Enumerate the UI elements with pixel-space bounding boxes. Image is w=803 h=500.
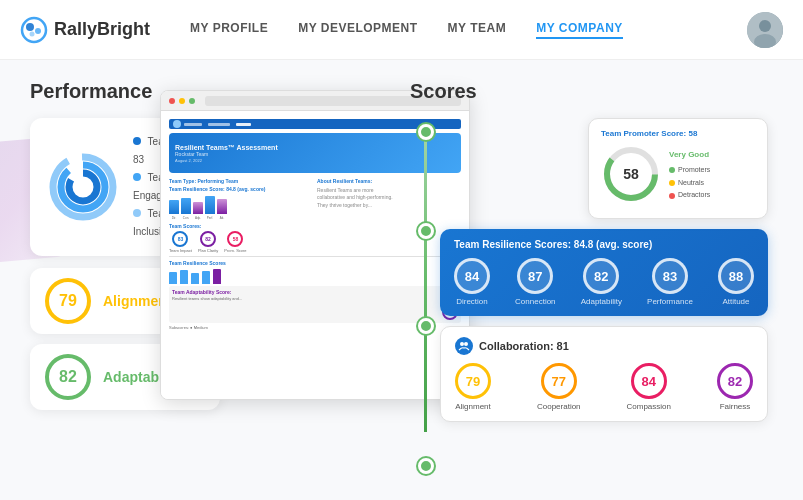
bc-bar-labels: Dir. Con. Adp. Perf. Att. <box>169 216 313 220</box>
bc-nav-link-3 <box>236 123 251 126</box>
logo-area[interactable]: RallyBright <box>20 16 150 44</box>
svg-point-0 <box>22 18 46 42</box>
res-label-performance: Performance <box>647 297 693 306</box>
res-attitude: 88 Attitude <box>718 258 754 306</box>
bc-bar-label-1: Dir. <box>169 216 179 220</box>
bc-score-team-impact: 83 Team Impact <box>169 231 192 253</box>
nav-my-company[interactable]: MY COMPANY <box>536 21 623 39</box>
browser-dot-red <box>169 98 175 104</box>
bc-bar-label-3: Adp. <box>193 216 203 220</box>
collab-card: Collaboration: 81 79 Alignment 77 <box>440 326 768 422</box>
bc-score-plan-circle: 82 <box>200 231 216 247</box>
bc-nav-link-2 <box>208 123 230 126</box>
timeline-line <box>424 128 427 432</box>
tps-legend-neutrals: Neutrals <box>669 177 710 190</box>
bc-bar-1 <box>169 200 179 214</box>
bc-bar-label-2: Con. <box>181 216 191 220</box>
tps-info: Very Good Promoters Neutrals <box>669 150 710 202</box>
res-label-attitude: Attitude <box>722 297 749 306</box>
engagement-dot <box>133 173 141 181</box>
timeline-container <box>410 118 440 422</box>
avatar[interactable] <box>747 12 783 48</box>
tps-card: Team Promoter Score: 58 58 Very Good <box>588 118 768 219</box>
donut-chart <box>48 152 118 222</box>
bc-res-bar-1 <box>169 272 177 284</box>
res-circle-performance: 83 <box>652 258 688 294</box>
res-label-connection: Connection <box>515 297 555 306</box>
collab-alignment: 79 Alignment <box>455 363 491 411</box>
res-circle-connection: 87 <box>517 258 553 294</box>
impact-dot <box>133 137 141 145</box>
bc-res-bar-5 <box>213 269 221 284</box>
collab-circle-cooperation: 77 <box>541 363 577 399</box>
bc-header-title: Resilient Teams™ Assessment <box>175 144 278 151</box>
tps-legend: Promoters Neutrals Detractors <box>669 164 710 202</box>
res-label-direction: Direction <box>456 297 488 306</box>
bc-logo-mini <box>173 120 181 128</box>
nav-my-profile[interactable]: MY PROFILE <box>190 21 268 39</box>
collab-label-cooperation: Cooperation <box>537 402 581 411</box>
collab-title: Collaboration: 81 <box>479 340 569 352</box>
res-performance: 83 Performance <box>647 258 693 306</box>
nav-bar: RallyBright MY PROFILE MY DEVELOPMENT MY… <box>0 0 803 60</box>
bc-date: August 2, 2022 <box>175 158 202 163</box>
bc-res-bar-3 <box>191 273 199 284</box>
res-circle-adaptability: 82 <box>583 258 619 294</box>
bc-bar-4 <box>205 196 215 214</box>
resilience-card: Team Resilience Scores: 84.8 (avg. score… <box>440 229 768 316</box>
bc-score-scores: 58 Prom. Score <box>224 231 246 253</box>
nav-my-team[interactable]: MY TEAM <box>448 21 507 39</box>
res-connection: 87 Connection <box>515 258 555 306</box>
tps-promoter-dot <box>669 167 675 173</box>
collab-label-compassion: Compassion <box>627 402 671 411</box>
res-circle-direction: 84 <box>454 258 490 294</box>
browser-dot-green <box>189 98 195 104</box>
tps-legend-detractors: Detractors <box>669 189 710 202</box>
bc-nav-link-1 <box>184 123 202 126</box>
bc-nav-links <box>184 123 251 126</box>
resilience-title: Team Resilience Scores: 84.8 (avg. score… <box>454 239 754 250</box>
bc-bar-label-4: Perf. <box>205 216 215 220</box>
res-circle-attitude: 88 <box>718 258 754 294</box>
browser-dot-yellow <box>179 98 185 104</box>
bc-res-bar-2 <box>180 270 188 284</box>
adaptability-circle: 82 <box>45 354 91 400</box>
alignment-circle: 79 <box>45 278 91 324</box>
bc-bar-3 <box>193 202 203 214</box>
collab-label-alignment: Alignment <box>455 402 491 411</box>
svg-point-9 <box>69 173 97 201</box>
tps-detractor-dot <box>669 193 675 199</box>
svg-point-13 <box>460 342 464 346</box>
collab-circle-compassion: 84 <box>631 363 667 399</box>
bc-team-type: Team Type: Performing Team <box>169 178 313 184</box>
tps-gauge: 58 <box>601 144 661 208</box>
bc-team-info: Team Type: Performing Team Team Resilien… <box>169 178 313 220</box>
timeline-dot-4 <box>418 458 434 474</box>
bc-score-plan-clarity: 82 Plan Clarity <box>198 231 218 253</box>
bc-score-impact-label: Team Impact <box>169 248 192 253</box>
collab-cooperation: 77 Cooperation <box>537 363 581 411</box>
collab-icon <box>455 337 473 355</box>
tps-neutral-dot <box>669 180 675 186</box>
bc-score-impact-circle: 83 <box>172 231 188 247</box>
bc-bar-label-5: Att. <box>217 216 227 220</box>
timeline-dot-3 <box>418 318 434 334</box>
logo-text: RallyBright <box>54 19 150 40</box>
collab-compassion: 84 Compassion <box>627 363 671 411</box>
svg-point-14 <box>464 342 468 346</box>
svg-point-3 <box>30 31 35 36</box>
collab-header: Collaboration: 81 <box>455 337 753 355</box>
left-panel: Performance Team Impact: 83 <box>0 60 380 500</box>
bc-bar-2 <box>181 198 191 214</box>
bc-resilience-score: Team Resilience Score: 84.8 (avg. score) <box>169 186 313 192</box>
res-label-adaptability: Adaptability <box>581 297 622 306</box>
timeline-dot-1 <box>418 124 434 140</box>
inclusion-dot <box>133 209 141 217</box>
collab-label-fairness: Fairness <box>720 402 751 411</box>
bc-score-plan-label: Plan Clarity <box>198 248 218 253</box>
svg-point-1 <box>26 23 34 31</box>
res-direction: 84 Direction <box>454 258 490 306</box>
nav-my-development[interactable]: MY DEVELOPMENT <box>298 21 417 39</box>
svg-point-5 <box>759 20 771 32</box>
tps-main: 58 Very Good Promoters <box>601 144 755 208</box>
